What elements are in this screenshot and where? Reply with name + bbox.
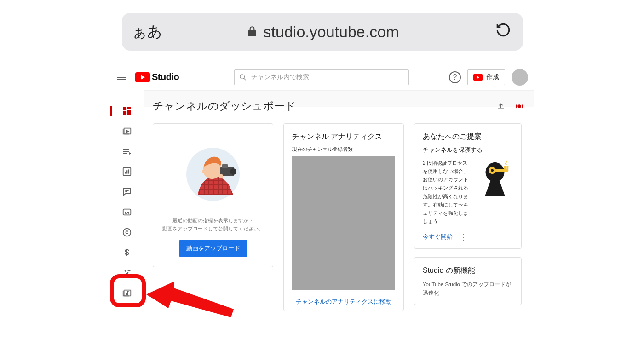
tip-start-link[interactable]: 今すぐ開始 bbox=[423, 233, 453, 241]
create-button[interactable]: 作成 bbox=[467, 69, 505, 85]
upload-card: 最近の動画の指標を表示しますか？ 動画をアップロードして公開してください。 動画… bbox=[153, 123, 273, 267]
dollar-icon bbox=[122, 247, 132, 258]
upload-video-button[interactable]: 動画をアップロード bbox=[179, 240, 247, 257]
analytics-subtitle: 現在のチャンネル登録者数 bbox=[292, 146, 395, 153]
sidebar-item-subtitles[interactable] bbox=[110, 207, 144, 217]
analytics-card: チャンネル アナリティクス 現在のチャンネル登録者数 チャンネルのアナリティクス… bbox=[283, 123, 404, 311]
search-input[interactable]: チャンネル内で検索 bbox=[234, 69, 409, 85]
svg-point-11 bbox=[123, 229, 131, 236]
search-placeholder: チャンネル内で検索 bbox=[251, 73, 309, 81]
svg-rect-29 bbox=[506, 166, 508, 170]
reader-mode-button[interactable]: ぁあ bbox=[132, 22, 162, 42]
upload-description: 最近の動画の指標を表示しますか？ 動画をアップロードして公開してください。 bbox=[161, 217, 264, 233]
page-title: チャンネルのダッシュボード bbox=[153, 99, 296, 113]
sidebar-item-monetization[interactable] bbox=[110, 247, 144, 258]
studio-window: Studio チャンネル内で検索 ? 作成 bbox=[110, 64, 534, 90]
lock-icon bbox=[246, 23, 258, 41]
avatar[interactable] bbox=[512, 69, 528, 86]
copyright-icon bbox=[122, 227, 132, 237]
reload-icon[interactable] bbox=[495, 22, 511, 41]
analytics-link[interactable]: チャンネルのアナリティクスに移動 bbox=[296, 299, 391, 305]
svg-rect-8 bbox=[126, 170, 127, 173]
whats-new-description: YouTube Studio でのアップロードが迅速化 bbox=[423, 280, 513, 297]
whats-new-title: Studio の新機能 bbox=[423, 266, 513, 276]
sidebar-item-analytics[interactable] bbox=[110, 167, 144, 177]
studio-brand-text: Studio bbox=[152, 72, 179, 82]
playlist-icon bbox=[122, 146, 132, 156]
sidebar-item-dashboard[interactable] bbox=[110, 106, 144, 116]
more-options-icon[interactable]: ⋮ bbox=[459, 233, 467, 241]
svg-point-17 bbox=[202, 170, 206, 173]
tip-description: 2 段階認証プロセスを使用しない場合、お使いのアカウントはハッキングされる危険性… bbox=[423, 159, 472, 225]
analytics-icon bbox=[122, 167, 132, 177]
keyhole-illustration bbox=[477, 159, 513, 200]
sidebar-item-copyright[interactable] bbox=[110, 227, 144, 237]
studio-header: Studio チャンネル内で検索 ? 作成 bbox=[110, 64, 534, 90]
svg-point-27 bbox=[491, 169, 494, 172]
page-header: チャンネルのダッシュボード bbox=[153, 99, 524, 113]
browser-address-bar[interactable]: ぁあ studio.youtube.com bbox=[122, 13, 523, 51]
comments-icon bbox=[122, 187, 132, 197]
create-camera-icon bbox=[473, 74, 483, 80]
svg-rect-7 bbox=[125, 172, 126, 174]
help-icon[interactable]: ? bbox=[449, 71, 461, 83]
hamburger-icon[interactable] bbox=[116, 72, 127, 83]
creator-illustration bbox=[161, 134, 264, 209]
analytics-chart-placeholder bbox=[292, 156, 395, 290]
search-icon bbox=[239, 74, 247, 81]
svg-rect-1 bbox=[123, 107, 126, 110]
sidebar-item-playlists[interactable] bbox=[110, 146, 144, 156]
audio-library-icon bbox=[122, 288, 132, 298]
content-icon bbox=[122, 126, 132, 136]
sidebar-item-content[interactable] bbox=[110, 126, 144, 136]
youtube-icon bbox=[135, 72, 150, 82]
main-content: チャンネルのダッシュボード bbox=[144, 90, 534, 107]
subtitles-icon bbox=[122, 207, 132, 217]
tip-subtitle: チャンネルを保護する bbox=[423, 146, 513, 154]
go-live-icon[interactable] bbox=[514, 101, 524, 111]
suggestions-card: あなたへのご提案 チャンネルを保護する 2 段階認証プロセスを使用しない場合、お… bbox=[414, 123, 522, 249]
svg-rect-2 bbox=[127, 107, 131, 109]
svg-rect-4 bbox=[123, 111, 126, 115]
svg-point-20 bbox=[230, 168, 236, 175]
browser-url: studio.youtube.com bbox=[264, 23, 399, 41]
whats-new-card: Studio の新機能 YouTube Studio でのアップロードが迅速化 bbox=[414, 257, 522, 305]
sidebar-item-comments[interactable] bbox=[110, 187, 144, 197]
youtube-studio-logo[interactable]: Studio bbox=[135, 72, 179, 82]
svg-rect-19 bbox=[222, 164, 228, 168]
dashboard-icon bbox=[122, 106, 132, 116]
magic-wand-icon bbox=[122, 268, 132, 278]
suggestions-title: あなたへのご提案 bbox=[423, 132, 513, 142]
svg-point-14 bbox=[518, 105, 521, 108]
svg-rect-3 bbox=[127, 110, 131, 115]
upload-icon[interactable] bbox=[496, 101, 506, 111]
svg-rect-28 bbox=[504, 166, 506, 170]
sidebar-item-customize[interactable] bbox=[110, 268, 144, 278]
sidebar-item-audio[interactable] bbox=[110, 288, 144, 298]
create-label: 作成 bbox=[486, 73, 499, 81]
analytics-title: チャンネル アナリティクス bbox=[292, 132, 395, 142]
svg-point-0 bbox=[240, 75, 244, 79]
svg-rect-9 bbox=[128, 169, 129, 173]
svg-rect-21 bbox=[218, 174, 223, 178]
sidebar bbox=[110, 90, 144, 96]
